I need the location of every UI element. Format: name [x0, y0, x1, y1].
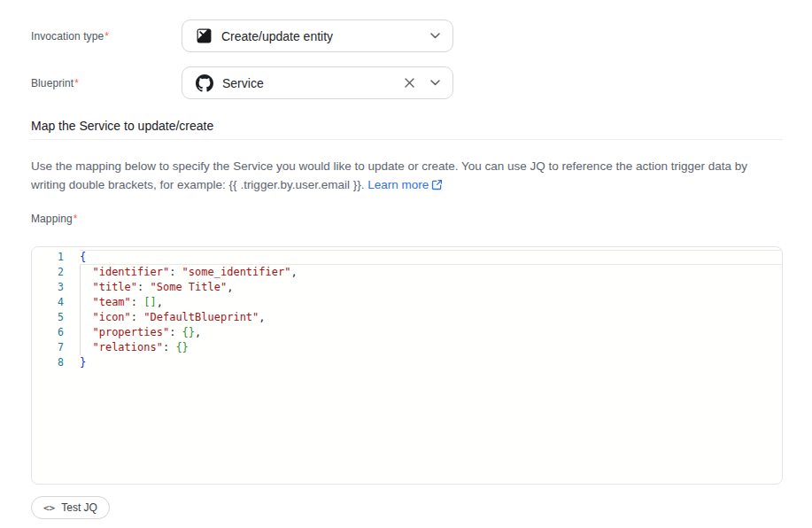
section-description: Use the mapping below to specify the Ser… — [31, 157, 777, 196]
editor-gutter: 12345678 — [32, 250, 80, 370]
code-token: : — [169, 326, 182, 338]
invocation-type-label: Invocation type* — [31, 30, 109, 43]
section-heading: Map the Service to update/create — [31, 119, 213, 133]
code-token — [80, 266, 92, 278]
required-asterisk: * — [74, 77, 79, 89]
code-line[interactable]: "properties": {}, — [80, 325, 782, 340]
code-line[interactable]: "identifier": "some_identifier", — [80, 265, 782, 280]
code-token: "title" — [92, 281, 137, 293]
code-token: "relations" — [92, 341, 162, 353]
code-token: {} — [182, 326, 195, 338]
code-token: "some_identifier" — [182, 266, 291, 278]
code-token — [80, 281, 92, 293]
editor-code[interactable]: { "identifier": "some_identifier", "titl… — [80, 250, 782, 370]
code-token: : — [137, 281, 150, 293]
blueprint-label-text: Blueprint — [31, 77, 73, 89]
code-token: , — [195, 326, 201, 338]
line-number: 5 — [32, 310, 80, 325]
line-number: 3 — [32, 280, 80, 295]
github-icon — [196, 74, 213, 92]
code-token — [80, 296, 92, 308]
mapping-code-editor[interactable]: 12345678 { "identifier": "some_identifie… — [31, 246, 783, 485]
code-token: : — [163, 341, 175, 353]
code-line[interactable]: { — [80, 250, 782, 265]
code-line[interactable]: "relations": {} — [80, 340, 782, 355]
code-token: , — [290, 266, 297, 278]
line-number: 7 — [32, 340, 80, 355]
code-token: "team" — [92, 296, 130, 308]
chevron-down-icon[interactable] — [430, 80, 440, 86]
blueprint-label: Blueprint* — [31, 77, 79, 89]
invocation-type-value: Create/update entity — [221, 29, 421, 43]
code-line[interactable]: "title": "Some Title", — [80, 280, 782, 295]
learn-more-link[interactable]: Learn more — [367, 178, 443, 191]
clear-selection-icon[interactable] — [404, 77, 415, 89]
code-token: "DefaultBlueprint" — [143, 311, 259, 323]
code-line[interactable]: "icon": "DefaultBlueprint", — [80, 310, 782, 325]
code-token: : — [131, 296, 143, 308]
code-token: } — [80, 356, 86, 369]
code-token: { — [80, 251, 86, 263]
code-token: "Some Title" — [150, 281, 227, 293]
mapping-label-text: Mapping — [31, 213, 73, 225]
learn-more-text: Learn more — [367, 178, 429, 191]
line-number: 1 — [32, 250, 80, 265]
code-token: , — [157, 296, 163, 308]
required-asterisk: * — [104, 30, 109, 43]
code-token: "properties" — [92, 326, 169, 338]
section-divider — [31, 139, 783, 140]
external-link-icon — [431, 177, 443, 196]
code-token — [80, 326, 92, 338]
code-brackets-icon: <> — [43, 502, 55, 514]
test-jq-button-label: Test JQ — [61, 501, 97, 514]
action-mapping-form: Invocation type* Create/update entity Bl… — [0, 0, 812, 528]
code-token: "icon" — [92, 311, 130, 323]
code-line[interactable]: "team": [], — [80, 295, 782, 310]
line-number: 6 — [32, 325, 80, 340]
code-line[interactable]: } — [80, 355, 782, 370]
required-asterisk: * — [73, 213, 78, 225]
test-jq-button[interactable]: <> Test JQ — [31, 496, 110, 519]
line-number: 2 — [32, 265, 80, 280]
code-token: : — [169, 266, 182, 278]
mapping-label: Mapping* — [31, 213, 78, 225]
code-token: , — [259, 311, 265, 323]
code-token: [] — [143, 296, 156, 308]
invocation-type-label-text: Invocation type — [31, 30, 104, 43]
code-token: "identifier" — [92, 266, 169, 278]
blueprint-select[interactable]: Service — [182, 66, 453, 99]
line-number: 8 — [32, 355, 80, 370]
code-token: : — [131, 311, 143, 323]
line-number: 4 — [32, 295, 80, 310]
invocation-type-select[interactable]: Create/update entity — [182, 19, 453, 52]
create-update-entity-icon — [196, 27, 213, 44]
code-token: {} — [175, 341, 188, 353]
code-token: , — [227, 281, 233, 293]
code-token — [80, 341, 92, 353]
blueprint-value: Service — [222, 76, 395, 90]
code-token — [80, 311, 92, 323]
chevron-down-icon[interactable] — [430, 33, 440, 39]
